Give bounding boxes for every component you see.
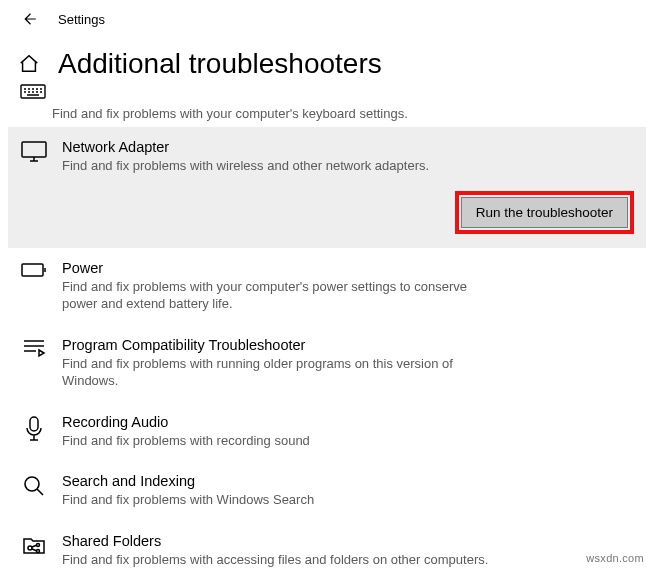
shared-folder-icon: [20, 533, 48, 569]
svg-rect-2: [22, 264, 43, 276]
run-troubleshooter-button[interactable]: Run the troubleshooter: [461, 197, 628, 228]
item-title: Power: [62, 260, 636, 276]
back-icon[interactable]: [20, 10, 38, 28]
item-desc: Find and fix problems with running older…: [62, 355, 492, 390]
item-title: Shared Folders: [62, 533, 636, 549]
title-row: Additional troubleshooters: [0, 34, 654, 84]
svg-rect-1: [22, 142, 46, 157]
watermark: wsxdn.com: [586, 552, 644, 564]
header-bar: Settings: [0, 0, 654, 34]
page-title: Additional troubleshooters: [58, 48, 382, 80]
troubleshooter-list: Network Adapter Find and fix problems wi…: [0, 127, 654, 570]
playlist-icon: [20, 337, 48, 390]
microphone-icon: [20, 414, 48, 450]
item-title: Search and Indexing: [62, 473, 636, 489]
item-desc: Find and fix problems with accessing fil…: [62, 551, 492, 569]
item-desc: Find and fix problems with wireless and …: [62, 157, 492, 175]
troubleshooter-recording-audio[interactable]: Recording Audio Find and fix problems wi…: [8, 402, 646, 462]
keyboard-icon: [20, 82, 48, 104]
item-title: Network Adapter: [62, 139, 636, 155]
keyboard-desc: Find and fix problems with your computer…: [0, 104, 654, 127]
item-desc: Find and fix problems with your computer…: [62, 278, 492, 313]
troubleshooter-shared-folders[interactable]: Shared Folders Find and fix problems wit…: [8, 521, 646, 570]
home-icon[interactable]: [18, 53, 40, 75]
monitor-icon: [20, 139, 48, 228]
item-desc: Find and fix problems with recording sou…: [62, 432, 492, 450]
item-title: Recording Audio: [62, 414, 636, 430]
troubleshooter-program-compat[interactable]: Program Compatibility Troubleshooter Fin…: [8, 325, 646, 402]
troubleshooter-power[interactable]: Power Find and fix problems with your co…: [8, 248, 646, 325]
svg-point-4: [25, 477, 39, 491]
svg-rect-3: [30, 417, 38, 431]
troubleshooter-network-adapter[interactable]: Network Adapter Find and fix problems wi…: [8, 127, 646, 248]
troubleshooter-search-indexing[interactable]: Search and Indexing Find and fix problem…: [8, 461, 646, 521]
item-desc: Find and fix problems with Windows Searc…: [62, 491, 492, 509]
svg-point-5: [28, 546, 32, 550]
search-icon: [20, 473, 48, 509]
battery-icon: [20, 260, 48, 313]
item-title: Program Compatibility Troubleshooter: [62, 337, 636, 353]
header-title: Settings: [58, 12, 105, 27]
